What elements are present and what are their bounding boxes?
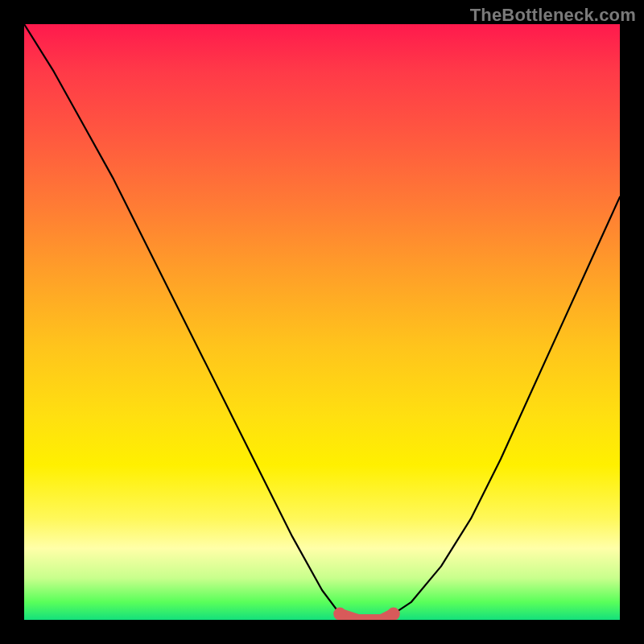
plot-area bbox=[24, 24, 620, 620]
sweet-spot-band bbox=[333, 608, 400, 620]
sweet-spot-endpoint bbox=[333, 608, 346, 620]
chart-frame: TheBottleneck.com bbox=[0, 0, 644, 644]
bottleneck-curve bbox=[24, 24, 620, 620]
bottleneck-curve-path bbox=[24, 24, 620, 620]
attribution-label: TheBottleneck.com bbox=[470, 5, 636, 26]
sweet-spot-path bbox=[340, 614, 394, 620]
sweet-spot-endpoint bbox=[387, 608, 400, 620]
chart-svg bbox=[24, 24, 620, 620]
